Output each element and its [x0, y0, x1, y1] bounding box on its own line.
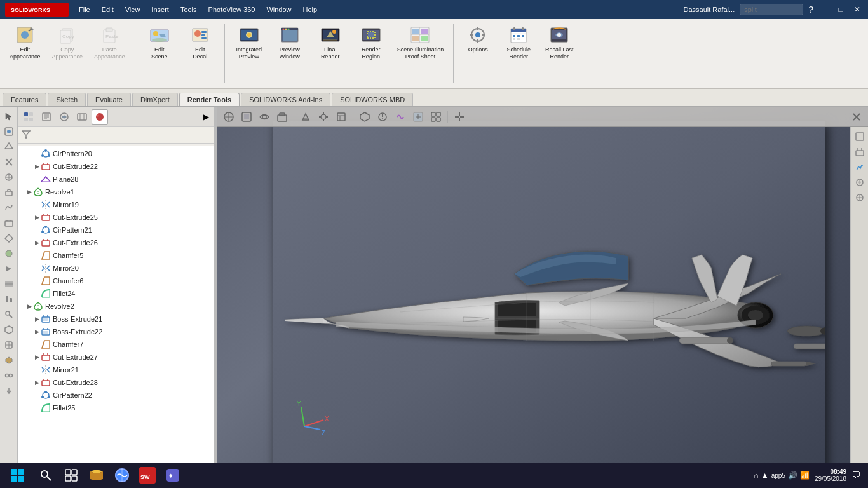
fp-tab-feature-tree[interactable] — [20, 109, 37, 125]
tray-icon-net[interactable]: 📶 — [800, 471, 810, 480]
left-tool-10[interactable] — [2, 247, 16, 261]
edit-decal-button[interactable]: EditDecal — [181, 22, 219, 64]
tree-expand-arrow[interactable]: ▶ — [33, 353, 41, 361]
vp-icon5[interactable] — [298, 109, 313, 125]
tree-item[interactable]: ▶ Revolve1 — [18, 186, 214, 198]
tree-item[interactable]: ▶ Boss-Extrude22 — [18, 325, 214, 338]
tree-item[interactable]: Mirror21 — [18, 363, 214, 376]
render-region-button[interactable]: RenderRegion — [352, 22, 390, 64]
tree-item[interactable]: CirPattern20 — [18, 147, 214, 160]
tab-sketch[interactable]: Sketch — [48, 93, 86, 106]
left-tool-12[interactable] — [2, 277, 16, 291]
left-tool-2[interactable] — [2, 125, 16, 139]
tree-expand-arrow[interactable]: ▶ — [33, 328, 41, 336]
vp-icon12[interactable] — [428, 109, 444, 125]
rt-icon4[interactable] — [853, 175, 867, 189]
taskbar-taskview[interactable] — [60, 464, 83, 487]
edit-appearance-button[interactable]: EditAppearance — [5, 22, 45, 64]
tree-expand-arrow[interactable]: ▶ — [25, 188, 33, 196]
vp-view-icon[interactable] — [275, 109, 290, 125]
rt-icon5[interactable] — [853, 191, 867, 205]
taskbar-search[interactable] — [34, 464, 57, 487]
help-icon[interactable]: ? — [808, 4, 813, 15]
tree-item[interactable]: ▶ Cut-Extrude25 — [18, 211, 214, 224]
vp-close-icon[interactable] — [849, 109, 864, 125]
scene-illumination-button[interactable]: Scene IlluminationProof Sheet — [393, 22, 449, 64]
tab-render-tools[interactable]: Render Tools — [179, 93, 240, 106]
options-button[interactable]: Options — [459, 22, 497, 56]
maximize-button[interactable]: □ — [835, 4, 846, 15]
menu-edit[interactable]: Edit — [97, 4, 119, 15]
left-tool-17[interactable] — [2, 353, 16, 367]
menu-help[interactable]: Help — [298, 4, 323, 15]
left-tool-9[interactable] — [2, 231, 16, 245]
rt-icon1[interactable] — [853, 130, 867, 144]
tree-item[interactable]: ▶ Cut-Extrude27 — [18, 351, 214, 363]
tray-icon-language[interactable]: app5 — [771, 472, 785, 479]
tab-mbd[interactable]: SOLIDWORKS MBD — [332, 93, 413, 106]
left-tool-select[interactable] — [2, 109, 16, 123]
title-search-input[interactable] — [740, 4, 803, 15]
left-tool-4[interactable] — [2, 155, 16, 169]
fp-tab-appearance[interactable] — [92, 109, 108, 125]
left-tool-16[interactable] — [2, 338, 16, 352]
viewport[interactable]: X Y Z — [217, 107, 868, 473]
menu-file[interactable]: File — [74, 4, 95, 15]
fp-tab-display[interactable] — [74, 109, 90, 125]
tree-expand-arrow[interactable]: ▶ — [25, 302, 33, 310]
left-tool-3[interactable] — [2, 140, 16, 154]
fp-expand-button[interactable]: ▶ — [200, 111, 212, 123]
copy-appearance-button[interactable]: Copy CopyAppearance — [48, 22, 88, 64]
paste-appearance-button[interactable]: Paste PasteAppearance — [90, 22, 130, 64]
integrated-preview-button[interactable]: IntegratedPreview — [230, 22, 268, 64]
vp-icon11[interactable] — [410, 109, 426, 125]
taskbar-explorer[interactable] — [85, 464, 108, 487]
tray-icon1[interactable]: ⌂ — [754, 471, 759, 480]
taskbar-icon5[interactable]: ♦ — [161, 464, 184, 487]
left-tool-18[interactable] — [2, 369, 16, 383]
tree-item[interactable]: ▶ Cut-Extrude26 — [18, 236, 214, 249]
tab-evaluate[interactable]: Evaluate — [87, 93, 131, 106]
left-tool-13[interactable] — [2, 292, 16, 306]
minimize-button[interactable]: – — [818, 4, 830, 15]
vp-icon6[interactable] — [316, 109, 331, 125]
tree-item[interactable]: ▶ Cut-Extrude28 — [18, 376, 214, 389]
tree-expand-arrow[interactable]: ▶ — [33, 315, 41, 323]
left-tool-7[interactable] — [2, 201, 16, 215]
left-tool-8[interactable] — [2, 216, 16, 230]
vp-icon7[interactable] — [334, 109, 349, 125]
taskbar-browser[interactable] — [111, 464, 133, 487]
tree-expand-arrow[interactable]: ▶ — [33, 163, 41, 170]
left-tool-14[interactable] — [2, 308, 16, 322]
tab-features[interactable]: Features — [3, 93, 46, 106]
menu-tools[interactable]: Tools — [175, 4, 202, 15]
tray-icon2[interactable]: ▲ — [761, 471, 769, 480]
tray-icon-vol[interactable]: 🔊 — [788, 471, 797, 480]
taskbar-solidworks[interactable]: SW — [136, 464, 159, 487]
vp-icon10[interactable] — [393, 109, 408, 125]
left-tool-11[interactable] — [2, 262, 16, 276]
recall-last-render-button[interactable]: Recall LastRender — [540, 22, 578, 64]
tree-item[interactable]: Fillet24 — [18, 287, 214, 300]
fp-tab-config[interactable] — [56, 109, 72, 125]
tree-item[interactable]: Plane28 — [18, 173, 214, 186]
tree-item[interactable]: ▶ Cut-Extrude22 — [18, 160, 214, 173]
vp-icon13[interactable] — [452, 109, 467, 125]
tree-expand-arrow[interactable]: ▶ — [33, 239, 41, 247]
vp-icon9[interactable] — [375, 109, 390, 125]
tree-expand-arrow[interactable]: ▶ — [33, 214, 41, 221]
vp-icon8[interactable] — [357, 109, 372, 125]
menu-view[interactable]: View — [120, 4, 146, 15]
schedule-render-button[interactable]: ScheduleRender — [499, 22, 538, 64]
tab-dimxpert[interactable]: DimXpert — [132, 93, 178, 106]
left-tool-arrow-bottom[interactable] — [2, 384, 16, 398]
tree-item[interactable]: Fillet25 — [18, 402, 214, 414]
vp-display-icon[interactable] — [239, 109, 254, 125]
tree-item[interactable]: Chamfer7 — [18, 338, 214, 351]
notification-icon[interactable]: 🗨 — [851, 470, 860, 480]
tree-item[interactable]: Chamfer6 — [18, 274, 214, 287]
preview-window-button[interactable]: PreviewWindow — [271, 22, 309, 64]
tree-item[interactable]: CirPattern21 — [18, 224, 214, 236]
vp-orient-icon[interactable] — [221, 109, 236, 125]
left-tool-15[interactable] — [2, 323, 16, 337]
